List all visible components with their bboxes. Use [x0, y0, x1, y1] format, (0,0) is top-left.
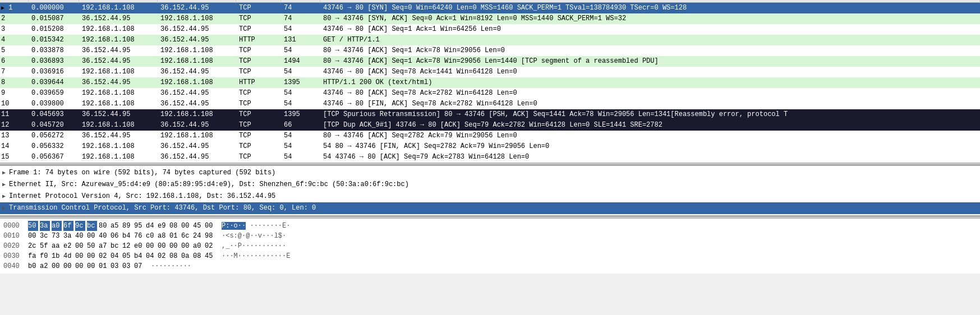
packet-proto: TCP	[236, 131, 280, 141]
table-row[interactable]: 100.039800192.168.1.10836.152.44.95TCP54…	[0, 99, 980, 109]
arrow-indicator: ▶	[1, 5, 4, 11]
hex-byte: 03	[122, 261, 132, 271]
hex-byte: 73	[52, 231, 62, 241]
hex-byte: 00	[87, 261, 97, 271]
packet-no: 3	[0, 24, 28, 35]
table-row[interactable]: 20.01508736.152.44.95192.168.1.108TCP748…	[0, 13, 980, 24]
hex-byte: fa	[28, 251, 38, 261]
hex-byte: 00	[87, 251, 97, 261]
table-row[interactable]: 90.039659192.168.1.10836.152.44.95TCP544…	[0, 88, 980, 99]
packet-info: 43746 → 80 [ACK] Seq=78 Ack=1441 Win=641…	[320, 67, 980, 77]
hex-offset: 0000	[3, 221, 24, 231]
hex-byte: a0	[52, 221, 62, 231]
packet-len: 54	[280, 152, 320, 163]
packet-src: 36.152.44.95	[79, 131, 157, 141]
packet-info: 43746 → 80 [FIN, ACK] Seq=78 Ack=2782 Wi…	[320, 99, 980, 109]
table-row[interactable]: 140.056332192.168.1.10836.152.44.95TCP54…	[0, 141, 980, 152]
hex-byte: 07	[134, 261, 144, 271]
packet-info: HTTP/1.1 200 OK (text/html)	[320, 77, 980, 88]
packet-time: 0.039644	[28, 77, 79, 88]
hex-byte: 40	[75, 231, 85, 241]
packet-no: 13	[0, 131, 28, 141]
table-row[interactable]: 150.056367192.168.1.10836.152.44.95TCP54…	[0, 152, 980, 163]
table-row[interactable]: 50.03387836.152.44.95192.168.1.108TCP548…	[0, 45, 980, 56]
table-row[interactable]: 130.05627236.152.44.95192.168.1.108TCP54…	[0, 131, 980, 141]
ascii-char: s	[229, 232, 233, 240]
hex-byte: 95	[134, 221, 144, 231]
table-row[interactable]: 60.03689336.152.44.95192.168.1.108TCP149…	[0, 56, 980, 67]
table-row[interactable]: ▶ 10.000000192.168.1.10836.152.44.95TCP7…	[0, 3, 980, 14]
packet-proto: TCP	[236, 3, 280, 14]
hex-byte: 0a	[181, 251, 191, 261]
ascii-char: ·	[278, 242, 282, 250]
ascii-char: ·	[270, 222, 274, 230]
expand-icon: ▶	[2, 168, 9, 178]
hex-byte: 01	[169, 231, 180, 241]
ascii-char: ·	[270, 232, 274, 240]
packet-src: 36.152.44.95	[79, 13, 157, 24]
detail-row[interactable]: ▶Ethernet II, Src: Azurewav_95:d4:e9 (80…	[0, 179, 980, 191]
hex-byte: 00	[75, 241, 85, 251]
packet-len: 1395	[280, 77, 320, 88]
table-row[interactable]: 40.015342192.168.1.10836.152.44.95HTTP13…	[0, 35, 980, 45]
ascii-char: ·	[274, 222, 278, 230]
table-row[interactable]: 80.03964436.152.44.95192.168.1.108HTTP13…	[0, 77, 980, 88]
hex-byte: 00	[87, 231, 97, 241]
ascii-char: P	[238, 242, 242, 250]
table-row[interactable]: 30.015208192.168.1.10836.152.44.95TCP544…	[0, 24, 980, 35]
expand-icon: ▶	[2, 192, 9, 201]
packet-time: 0.015087	[28, 13, 79, 24]
table-row[interactable]: 70.036916192.168.1.10836.152.44.95TCP544…	[0, 67, 980, 77]
packet-dst: 36.152.44.95	[157, 88, 236, 99]
packet-proto: TCP	[236, 13, 280, 24]
packet-time: 0.056272	[28, 131, 79, 141]
packet-dst: 192.168.1.108	[157, 56, 236, 67]
hex-byte: 89	[122, 221, 132, 231]
hex-byte: b0	[28, 261, 38, 271]
packet-info: 80 → 43746 [ACK] Seq=1 Ack=78 Win=29056 …	[320, 45, 980, 56]
detail-row[interactable]: ▶Internet Protocol Version 4, Src: 192.1…	[0, 191, 980, 202]
packet-len: 54	[280, 24, 320, 35]
packet-info: 80 → 43746 [SYN, ACK] Seq=0 Ack=1 Win=81…	[320, 13, 980, 24]
hex-byte: 4d	[63, 251, 73, 261]
detail-row[interactable]: ▶Transmission Control Protocol, Src Port…	[0, 202, 980, 214]
packet-time: 0.039659	[28, 88, 79, 99]
hex-byte: 1b	[52, 251, 62, 261]
packet-info: [TCP Dup ACK_9#1] 43746 → 80 [ACK] Seq=7…	[320, 120, 980, 131]
hex-byte: 00	[169, 241, 180, 251]
hex-byte: 03	[111, 261, 121, 271]
hex-byte: 2c	[28, 241, 38, 251]
hex-byte: 08	[193, 251, 203, 261]
packet-no: 6	[0, 56, 28, 67]
table-row[interactable]: 110.04569336.152.44.95192.168.1.108TCP13…	[0, 109, 980, 120]
hex-byte: f0	[40, 251, 50, 261]
packet-dst: 192.168.1.108	[157, 131, 236, 141]
packet-len: 54	[280, 141, 320, 152]
ascii-char: ·	[270, 242, 274, 250]
ascii-char: ·	[258, 252, 262, 260]
hex-byte: bc	[111, 241, 121, 251]
packet-no: 8	[0, 77, 28, 88]
packet-proto: TCP	[236, 24, 280, 35]
hex-row: 0040b0a20000000001030307··········	[3, 261, 977, 271]
packet-proto: TCP	[236, 56, 280, 67]
hex-byte: e9	[158, 221, 168, 231]
packet-dst: 192.168.1.108	[157, 109, 236, 120]
hex-byte: 02	[99, 251, 109, 261]
packet-dst: 36.152.44.95	[157, 24, 236, 35]
packet-no: 12	[0, 120, 28, 131]
ascii-char: ·	[274, 252, 278, 260]
expand-icon: ▶	[2, 180, 9, 189]
hex-offset: 0040	[3, 261, 24, 271]
hex-byte: a5	[111, 221, 121, 231]
packet-no: 11	[0, 109, 28, 120]
hex-byte: 50	[87, 241, 97, 251]
hex-byte: 00	[205, 221, 215, 231]
ascii-char: @	[238, 232, 242, 240]
packet-proto: TCP	[236, 45, 280, 56]
packet-src: 36.152.44.95	[79, 56, 157, 67]
ascii-char: ·	[282, 232, 286, 240]
hex-byte: 08	[169, 251, 180, 261]
table-row[interactable]: 120.045720192.168.1.10836.152.44.95TCP66…	[0, 120, 980, 131]
detail-row[interactable]: ▶Frame 1: 74 bytes on wire (592 bits), 7…	[0, 167, 980, 179]
